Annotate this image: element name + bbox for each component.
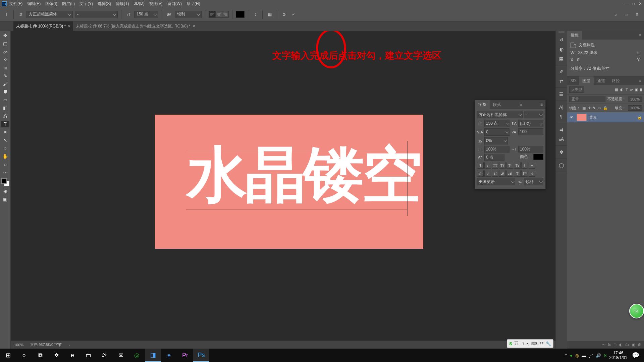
ordinals[interactable]: 1ˢᵗ <box>521 170 528 177</box>
menu-3d[interactable]: 3D(D) <box>134 1 145 7</box>
menu-help[interactable]: 帮助(H) <box>186 1 200 7</box>
lasso-tool[interactable]: ᔕ <box>1 48 9 55</box>
char-baseline[interactable]: 0 点 <box>484 154 504 161</box>
quick-mask-button[interactable]: ◉ <box>1 188 9 194</box>
char-style-select[interactable]: - <box>524 111 543 118</box>
all-caps[interactable]: TT <box>492 162 498 169</box>
visibility-toggle[interactable]: 👁 <box>569 115 574 119</box>
menu-select[interactable]: 选择(S) <box>98 1 111 7</box>
faux-bold[interactable]: T <box>477 162 484 169</box>
align-left-button[interactable] <box>209 11 215 18</box>
tray-green-icon[interactable]: ● <box>570 353 573 358</box>
strikethrough[interactable]: T <box>529 162 535 169</box>
toggle-orientation-button[interactable]: ⇵ <box>17 11 24 18</box>
ime-settings-icon[interactable]: 🔧 <box>546 341 551 346</box>
menu-window[interactable]: 窗口(W) <box>167 1 182 7</box>
adjust-layer-icon[interactable]: ◐ <box>619 343 623 347</box>
char-leading[interactable]: (自动) <box>518 120 543 127</box>
menu-type[interactable]: 文字(Y) <box>79 1 93 7</box>
char-tracking[interactable]: 100 <box>518 128 543 135</box>
faux-italic[interactable]: T <box>484 162 491 169</box>
type-tool[interactable]: T <box>1 121 9 127</box>
eyedropper-tool[interactable]: ✎ <box>1 72 9 79</box>
char-color-swatch[interactable] <box>533 154 543 160</box>
canvas-area[interactable]: 文字输入完成后点击对勾，建立文字选区 水晶镂空 <box>11 31 555 349</box>
text-color-swatch[interactable] <box>236 11 245 18</box>
taskbar-app-blue[interactable]: ◨ <box>145 349 161 362</box>
warp-text-button[interactable]: ⌇ <box>252 11 259 18</box>
font-style-select[interactable]: - <box>75 11 118 18</box>
floating-widget[interactable]: 51 <box>629 304 644 318</box>
share-icon[interactable]: ⇪ <box>633 11 641 18</box>
filter-toggle[interactable]: ▮ <box>640 87 642 92</box>
underline[interactable]: T <box>521 162 528 169</box>
character-tab[interactable]: 字符 <box>475 100 490 109</box>
taskbar-360[interactable]: ◎ <box>129 349 145 362</box>
filter-adjust-icon[interactable]: ◐ <box>620 87 624 92</box>
minimize-button[interactable]: — <box>624 1 628 6</box>
fg-bg-colors[interactable] <box>1 178 9 186</box>
filter-type-icon[interactable]: T <box>626 88 628 92</box>
panel-menu-icon[interactable]: ≡ <box>636 33 644 38</box>
small-caps[interactable]: Tᴛ <box>499 162 506 169</box>
system-tray[interactable]: ˄ ● ◎ ▬ ⋰ 🔊 S <box>565 353 607 358</box>
doc-info[interactable]: 文档:937.5K/0 字节 <box>30 342 62 347</box>
char-size[interactable]: 150 点 <box>484 120 509 127</box>
tray-ime-icon[interactable]: S <box>604 353 607 358</box>
link-layers-icon[interactable]: ⚯ <box>602 343 605 347</box>
char-font-select[interactable]: 方正超粗黑简体 <box>477 111 523 118</box>
lock-pixel-icon[interactable]: ✎ <box>593 106 596 110</box>
character-panel[interactable]: 字符 段落 » ≡ 方正超粗黑简体 - тT150 点 ⬍A(自动) V/A0 … <box>475 100 546 189</box>
lock-all-icon[interactable]: ▦ <box>582 106 586 110</box>
menu-view[interactable]: 视图(V) <box>149 1 163 7</box>
char-kerning[interactable]: 0 <box>484 128 509 136</box>
brush-panel-icon[interactable]: ✐ <box>558 69 565 75</box>
layer-filter-kind[interactable]: ρ 类型 <box>569 86 584 93</box>
contextual-alt[interactable]: σ <box>484 170 491 177</box>
layer-thumbnail[interactable] <box>577 114 587 121</box>
doc-tab-1[interactable]: 未标题-1 @ 100%(RGB/8) *× <box>13 21 73 31</box>
panel-menu-icon[interactable]: ≡ <box>636 78 644 83</box>
brush-tool[interactable]: 🖌 <box>1 80 9 87</box>
ime-skin-icon[interactable]: ☷ <box>540 341 544 346</box>
commit-edit-button[interactable]: ✓ <box>290 11 297 18</box>
menu-layer[interactable]: 图层(L) <box>62 1 75 7</box>
fill-value[interactable]: 100% <box>628 105 642 111</box>
start-button[interactable]: ⊞ <box>0 349 16 362</box>
color-panel-icon[interactable]: ◐ <box>558 46 565 52</box>
align-center-button[interactable] <box>215 11 222 18</box>
eraser-tool[interactable]: ▱ <box>1 97 9 103</box>
edit-toolbar[interactable]: ⋯ <box>1 169 9 176</box>
cancel-edit-button[interactable]: ⊘ <box>280 11 288 18</box>
tray-wifi-icon[interactable]: ⋰ <box>589 353 593 358</box>
taskbar-mail[interactable]: ✉ <box>113 349 129 362</box>
char-panel-icon[interactable]: A| <box>558 104 565 110</box>
maximize-button[interactable]: □ <box>632 1 635 6</box>
workspace-icon[interactable]: ▭ <box>623 11 630 18</box>
crop-tool[interactable]: ⟃ <box>1 64 9 71</box>
char-panel-button[interactable]: ▦ <box>266 11 273 18</box>
layers-tab[interactable]: 图层 <box>579 76 594 85</box>
font-family-select[interactable]: 方正超粗黑简体 <box>26 11 73 18</box>
screen-mode-button[interactable]: ▣ <box>1 196 9 202</box>
filter-smart-icon[interactable]: ▣ <box>635 87 638 92</box>
magic-wand-tool[interactable]: ✧ <box>1 56 9 63</box>
swatches-panel-icon[interactable]: ▦ <box>558 56 565 62</box>
taskbar-photoshop[interactable]: Ps <box>193 349 209 362</box>
taskbar-app-1[interactable]: ✲ <box>48 349 64 362</box>
char-language[interactable]: 美国英语 <box>477 178 515 185</box>
fx-icon[interactable]: fx <box>608 343 611 347</box>
shape-tool[interactable]: ○ <box>1 145 9 152</box>
tray-yellow-icon[interactable]: ◎ <box>575 353 579 358</box>
mask-icon[interactable]: ◻ <box>613 343 616 347</box>
ime-punct-icon[interactable]: •, <box>527 341 529 346</box>
ligatures[interactable]: fi <box>477 170 484 177</box>
action-center-button[interactable]: 💬 <box>630 349 641 362</box>
taskbar-edge[interactable]: e <box>161 349 177 362</box>
task-view-button[interactable]: ⧉ <box>32 349 48 362</box>
search-icon[interactable]: ⌕ <box>612 11 619 18</box>
tray-volume-icon[interactable]: 🔊 <box>596 353 601 358</box>
opacity-value[interactable]: 100% <box>628 97 642 102</box>
ime-moon-icon[interactable]: ☽ <box>521 341 525 346</box>
tray-chevron-icon[interactable]: ˄ <box>565 353 567 358</box>
